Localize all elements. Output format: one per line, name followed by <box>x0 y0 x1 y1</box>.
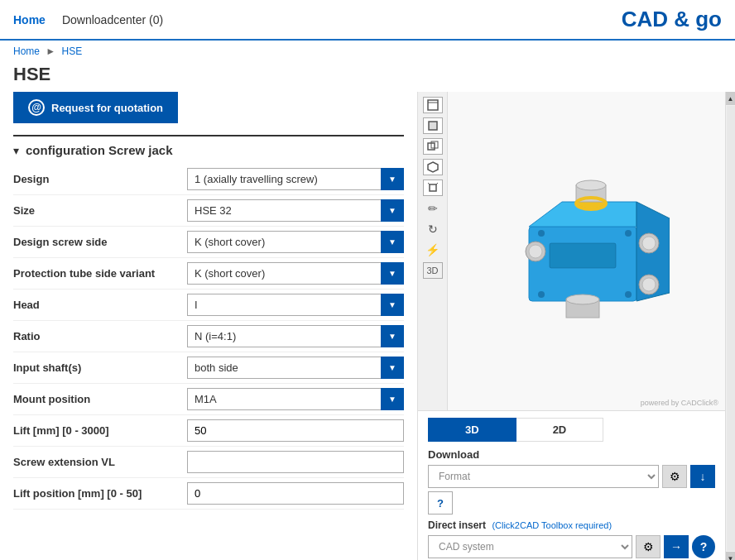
svg-point-14 <box>576 180 606 190</box>
label-lift-pos: Lift position [mm] [0 - 50] <box>13 487 187 500</box>
scroll-track <box>727 106 735 551</box>
nav-download[interactable]: Downloadcenter (0) <box>62 13 163 26</box>
tool-pencil[interactable]: ✏ <box>423 200 443 217</box>
cad-image-area: powered by CADClick® <box>448 92 725 410</box>
control-screw-ext <box>187 451 404 473</box>
control-size: HSE 32 ▼ <box>187 199 404 222</box>
select-size[interactable]: HSE 32 <box>187 199 404 222</box>
tool-rotate[interactable]: ↻ <box>423 221 443 237</box>
tool-box[interactable] <box>423 97 443 113</box>
label-ratio: Ratio <box>13 330 187 342</box>
gear-icon-2: ⚙ <box>643 540 654 553</box>
direct-insert-text: Direct insert <box>428 519 486 531</box>
gear-button[interactable]: ⚙ <box>662 465 687 488</box>
download-row: Format Format ⚙ ↓ <box>428 465 715 488</box>
control-input-shaft: both side ▼ <box>187 357 404 379</box>
insert-help-button[interactable]: ? <box>692 535 715 558</box>
control-mount: M1A ▼ <box>187 388 404 410</box>
format-select[interactable]: Format <box>428 465 659 488</box>
help-row: ? <box>428 491 715 515</box>
request-button-label: Request for quotation <box>51 102 163 114</box>
control-screw-side: K (short cover) ▼ <box>187 231 404 253</box>
label-input-shaft: Input shaft(s) <box>13 361 187 374</box>
tool-iso[interactable] <box>423 159 443 175</box>
config-collapse-arrow: ▾ <box>13 144 19 157</box>
header-logo: CAD & go <box>622 7 722 32</box>
scroll-down[interactable]: ▼ <box>726 552 736 560</box>
scroll-up[interactable]: ▲ <box>726 92 736 105</box>
tab-3d[interactable]: 3D <box>428 418 516 442</box>
label-size: Size <box>13 204 187 217</box>
tool-3d-view[interactable]: 3D <box>423 262 443 279</box>
at-icon: @ <box>28 99 45 116</box>
select-design[interactable]: 1 (axially travelling screw) <box>187 168 404 190</box>
cad-gear-button[interactable]: ⚙ <box>636 535 661 558</box>
svg-point-23 <box>566 294 599 304</box>
tool-lightning[interactable]: ⚡ <box>423 242 443 258</box>
svg-point-26 <box>625 230 632 237</box>
request-button[interactable]: @ Request for quotation <box>13 92 178 123</box>
svg-point-28 <box>625 291 632 298</box>
download-button[interactable]: ↓ <box>690 465 715 488</box>
form-row-screw-side: Design screw side K (short cover) ▼ <box>13 227 404 258</box>
breadcrumb-current[interactable]: HSE <box>62 45 83 57</box>
cad-toolbar: ✏ ↻ ⚡ 3D <box>418 92 448 410</box>
breadcrumb-home[interactable]: Home <box>13 45 40 57</box>
download-label: Download <box>428 448 715 461</box>
control-protection: K (short cover) ▼ <box>187 262 404 285</box>
form-row-protection: Protection tube side variant K (short co… <box>13 258 404 290</box>
main-layout: @ Request for quotation ▾ configuration … <box>0 92 735 560</box>
form-row-head: Head I ▼ <box>13 290 404 321</box>
right-panel: ✏ ↻ ⚡ 3D <box>418 92 725 560</box>
input-screw-ext[interactable] <box>187 451 404 473</box>
config-section: ▾ configuration Screw jack Design 1 (axi… <box>13 135 404 510</box>
svg-point-27 <box>538 291 545 298</box>
nav-home[interactable]: Home <box>13 13 46 26</box>
label-mount: Mount position <box>13 393 187 405</box>
help-icon: ? <box>437 497 444 510</box>
select-input-shaft[interactable]: both side <box>187 357 404 379</box>
select-mount[interactable]: M1A <box>187 388 404 410</box>
tool-side[interactable] <box>423 138 443 155</box>
insert-arrow-button[interactable]: → <box>664 535 689 558</box>
cad-system-select[interactable]: CAD system <box>428 535 632 558</box>
cad-viewer: ✏ ↻ ⚡ 3D <box>418 92 725 410</box>
label-protection: Protection tube side variant <box>13 267 187 280</box>
input-lift-pos[interactable] <box>187 482 404 505</box>
select-screw-side[interactable]: K (short cover) <box>187 231 404 253</box>
label-screw-ext: Screw extension VL <box>13 456 187 468</box>
form-row-input-shaft: Input shaft(s) both side ▼ <box>13 352 404 384</box>
svg-line-8 <box>436 183 438 184</box>
tab-2d[interactable]: 2D <box>516 418 604 442</box>
scrollbar[interactable]: ▲ ▼ <box>725 92 735 560</box>
download-help-button[interactable]: ? <box>428 491 453 515</box>
header: Home Downloadcenter (0) CAD & go <box>0 0 735 41</box>
arrow-right-icon: → <box>670 540 682 553</box>
select-ratio[interactable]: N (i=4:1) <box>187 325 404 347</box>
config-section-title: configuration Screw jack <box>26 143 173 157</box>
label-lift: Lift [mm] [0 - 3000] <box>13 424 187 437</box>
label-screw-side: Design screw side <box>13 236 187 248</box>
input-lift[interactable] <box>187 419 404 442</box>
form-row-mount: Mount position M1A ▼ <box>13 384 404 415</box>
cad-watermark: powered by CADClick® <box>641 399 718 407</box>
select-head[interactable]: I <box>187 294 404 316</box>
svg-point-25 <box>538 230 545 237</box>
left-panel: @ Request for quotation ▾ configuration … <box>0 92 418 560</box>
download-icon: ↓ <box>700 470 706 483</box>
tool-top[interactable] <box>423 179 443 196</box>
select-protection[interactable]: K (short cover) <box>187 262 404 285</box>
click2cad-link[interactable]: (Click2CAD Toolbox required) <box>492 520 612 530</box>
form-row-lift: Lift [mm] [0 - 3000] <box>13 415 404 447</box>
svg-rect-2 <box>429 122 437 130</box>
breadcrumb-separator: ► <box>46 45 55 57</box>
cad-controls: 3D 2D Download Format Format ⚙ ↓ <box>418 410 725 560</box>
tool-front[interactable] <box>423 117 443 134</box>
config-header[interactable]: ▾ configuration Screw jack <box>13 136 404 164</box>
form-row-size: Size HSE 32 ▼ <box>13 195 404 227</box>
control-lift-pos <box>187 482 404 505</box>
direct-insert-row: CAD system ⚙ → ? <box>428 535 715 558</box>
breadcrumb: Home ► HSE <box>0 41 735 62</box>
label-head: Head <box>13 299 187 311</box>
cad-model-svg <box>504 177 670 326</box>
